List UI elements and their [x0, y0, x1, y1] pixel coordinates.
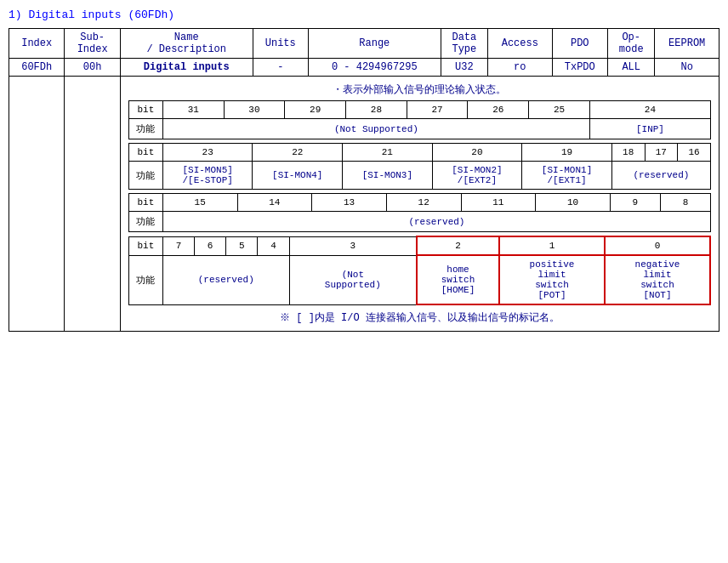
- bit-label-header-3: bit: [128, 194, 162, 212]
- bit-11: 11: [461, 194, 536, 212]
- func-row-4: 功能 (reserved) (NotSupported) homeswitch[…: [128, 255, 710, 304]
- bit-24: 24: [589, 101, 710, 119]
- home-switch: homeswitch[HOME]: [417, 255, 499, 304]
- name-text: Digital inputs: [144, 61, 230, 73]
- description-text: ・表示外部输入信号的理论输入状态。: [128, 82, 711, 97]
- main-data-row: 60FDh 00h Digital inputs - 0 - 429496729…: [9, 59, 719, 77]
- func-label-2: 功能: [128, 162, 162, 190]
- cell-name: Digital inputs: [120, 59, 253, 77]
- bit-header-row-4: bit 7 6 5 4 3 2 1 0: [128, 236, 710, 255]
- bit-header-row-3: bit 15 14 13 12 11 10 9 8: [128, 194, 710, 212]
- bit-17: 17: [645, 144, 678, 162]
- cell-subindex: 00h: [65, 59, 120, 77]
- bit-18: 18: [611, 144, 645, 162]
- bit-25: 25: [529, 101, 590, 119]
- bit-label-header-1: bit: [128, 101, 162, 119]
- cell-units: -: [253, 59, 308, 77]
- si-mon3: [SI-MON3]: [343, 162, 433, 190]
- si-mon2: [SI-MON2]/[EXT2]: [432, 162, 522, 190]
- bit-28: 28: [346, 101, 407, 119]
- bit-23: 23: [162, 144, 253, 162]
- bit-30: 30: [224, 101, 285, 119]
- func-row-3: 功能 (reserved): [128, 212, 710, 232]
- bit-table-3: bit 15 14 13 12 11 10 9 8: [128, 193, 711, 232]
- reserved-4: (reserved): [162, 255, 289, 304]
- header-access: Access: [488, 29, 552, 59]
- bit-26: 26: [468, 101, 529, 119]
- header-name: Name/ Description: [120, 29, 253, 59]
- si-mon5: [SI-MON5]/[E-STOP]: [162, 162, 253, 190]
- not-supported-1: (Not Supported): [162, 119, 589, 139]
- bit-7: 7: [162, 236, 194, 255]
- bit-header-row-1: bit 31 30 29 28 27 26 25 24: [128, 101, 710, 119]
- bit-9: 9: [610, 194, 660, 212]
- cell-empty-subindex: [65, 77, 120, 332]
- page-title: 1) Digital inputs (60FDh): [9, 9, 719, 21]
- bit-15: 15: [162, 194, 237, 212]
- bit-10: 10: [536, 194, 611, 212]
- cell-datatype: U32: [441, 59, 487, 77]
- cell-range: 0 - 4294967295: [308, 59, 441, 77]
- bit-22: 22: [253, 144, 343, 162]
- cell-eeprom: No: [655, 59, 719, 77]
- bit-19: 19: [522, 144, 612, 162]
- header-eeprom: EEPROM: [655, 29, 719, 59]
- cell-pdo: TxPDO: [552, 59, 607, 77]
- not-supported-4: (NotSupported): [289, 255, 417, 304]
- bit-20: 20: [432, 144, 522, 162]
- bit-27: 27: [407, 101, 468, 119]
- func-label-3: 功能: [128, 212, 162, 232]
- bit-2: 2: [417, 236, 499, 255]
- bit-21: 21: [343, 144, 433, 162]
- bit-5: 5: [226, 236, 258, 255]
- cell-index: 60FDh: [9, 59, 65, 77]
- bit-8: 8: [660, 194, 710, 212]
- header-range: Range: [308, 29, 441, 59]
- main-table: Index Sub-Index Name/ Description Units …: [9, 28, 719, 332]
- bit-0: 0: [605, 236, 710, 255]
- header-units: Units: [253, 29, 308, 59]
- inp-cell: [INP]: [589, 119, 710, 139]
- func-row-2: 功能 [SI-MON5]/[E-STOP] [SI-MON4] [SI-MON3…: [128, 162, 710, 190]
- description-row: ・表示外部输入信号的理论输入状态。 bit 31 30 29 28 27: [9, 77, 719, 332]
- bit-3: 3: [289, 236, 417, 255]
- cell-opmode: ALL: [607, 59, 654, 77]
- bit-6: 6: [195, 236, 226, 255]
- bit-label-header-2: bit: [128, 144, 162, 162]
- bit-table-1: bit 31 30 29 28 27 26 25 24: [128, 100, 711, 139]
- bit-29: 29: [285, 101, 346, 119]
- header-datatype: DataType: [441, 29, 487, 59]
- bit-14: 14: [237, 194, 312, 212]
- cell-empty-index: [9, 77, 65, 332]
- reserved-2: (reserved): [611, 162, 710, 190]
- negative-limit: negativelimitswitch[NOT]: [605, 255, 710, 304]
- bit-1: 1: [499, 236, 605, 255]
- bit-label-header-4: bit: [128, 236, 162, 255]
- si-mon4: [SI-MON4]: [253, 162, 343, 190]
- bit-4: 4: [258, 236, 289, 255]
- footer-note: ※ [ ]内是 I/O 连接器输入信号、以及输出信号的标记名。: [128, 310, 711, 325]
- func-label-4: 功能: [128, 255, 162, 304]
- bit-13: 13: [312, 194, 387, 212]
- inner-content: ・表示外部输入信号的理论输入状态。 bit 31 30 29 28 27: [125, 79, 714, 328]
- cell-description: ・表示外部输入信号的理论输入状态。 bit 31 30 29 28 27: [120, 77, 719, 332]
- bit-12: 12: [386, 194, 461, 212]
- bit-table-2: bit 23 22 21 20 19 18 17 16: [128, 143, 711, 190]
- table-header-row: Index Sub-Index Name/ Description Units …: [9, 29, 719, 59]
- header-opmode: Op-mode: [607, 29, 654, 59]
- header-index: Index: [9, 29, 65, 59]
- bit-16: 16: [678, 144, 711, 162]
- cell-access: ro: [488, 59, 552, 77]
- bit-31: 31: [162, 101, 224, 119]
- header-subindex: Sub-Index: [65, 29, 120, 59]
- bit-table-4: bit 7 6 5 4 3 2 1 0: [128, 236, 711, 305]
- func-row-1: 功能 (Not Supported) [INP]: [128, 119, 710, 139]
- bit-header-row-2: bit 23 22 21 20 19 18 17 16: [128, 144, 710, 162]
- positive-limit: positivelimitswitch[POT]: [499, 255, 605, 304]
- header-pdo: PDO: [552, 29, 607, 59]
- func-label-1: 功能: [128, 119, 162, 139]
- reserved-3: (reserved): [162, 212, 710, 232]
- si-mon1: [SI-MON1]/[EXT1]: [522, 162, 612, 190]
